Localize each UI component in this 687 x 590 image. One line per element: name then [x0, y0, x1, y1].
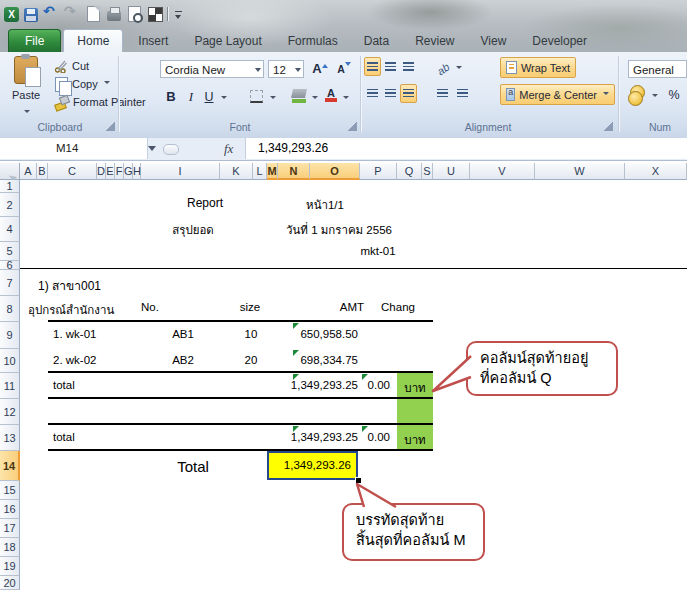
insert-function-button[interactable]: fx: [224, 138, 233, 159]
undo-icon[interactable]: [43, 6, 59, 22]
increase-indent-button[interactable]: [454, 84, 471, 103]
cell-item2-amount[interactable]: 698,334.75: [268, 354, 358, 366]
column-header-L[interactable]: L: [253, 163, 267, 180]
row-header-15[interactable]: 15: [0, 481, 20, 500]
cell-item2-size[interactable]: 20: [230, 354, 272, 366]
grow-font-button[interactable]: A: [310, 60, 330, 78]
cell-summary[interactable]: สรุปยอด: [148, 221, 238, 239]
column-header-H[interactable]: H: [133, 163, 141, 180]
copy-dropdown-icon[interactable]: [104, 81, 110, 87]
column-header-Q[interactable]: Q: [397, 163, 422, 180]
font-dialog-launcher-icon[interactable]: [348, 122, 357, 131]
column-header-C[interactable]: C: [48, 163, 97, 180]
callout-last-column[interactable]: คอลัมน์สุดท้ายอยู่ ที่คอลัมน์ Q: [466, 341, 618, 396]
font-name-dropdown-icon[interactable]: [255, 68, 261, 75]
row-header-19[interactable]: 19: [0, 557, 20, 576]
row-header-2[interactable]: 2: [0, 193, 20, 217]
cell-item2-no[interactable]: AB2: [160, 354, 206, 366]
merge-center-button[interactable]: Merge & Center: [500, 84, 615, 105]
italic-button[interactable]: I: [184, 88, 198, 106]
tab-file[interactable]: File: [8, 29, 61, 52]
accounting-format-button[interactable]: [630, 85, 645, 100]
alignment-dialog-launcher-icon[interactable]: [604, 122, 613, 131]
row-header-14[interactable]: 14: [0, 451, 20, 481]
cell-header-no[interactable]: No.: [130, 301, 170, 313]
new-document-icon[interactable]: [87, 6, 100, 22]
switch-windows-icon[interactable]: [148, 7, 163, 22]
bottom-align-button[interactable]: [400, 57, 417, 76]
top-align-button[interactable]: [364, 57, 381, 76]
name-box-dropdown-icon[interactable]: [148, 146, 156, 155]
column-header-N[interactable]: N: [278, 163, 310, 180]
borders-button[interactable]: [250, 90, 263, 103]
tab-data[interactable]: Data: [351, 30, 402, 52]
paste-button[interactable]: Paste: [4, 54, 48, 118]
row-header-9[interactable]: 9: [0, 322, 20, 349]
cell-total1-unit[interactable]: บาท: [397, 379, 433, 397]
row-header-18[interactable]: 18: [0, 538, 20, 557]
column-header-S[interactable]: S: [422, 163, 433, 180]
row-header-17[interactable]: 17: [0, 519, 20, 538]
column-header-W[interactable]: W: [535, 163, 625, 180]
column-header-P[interactable]: P: [360, 163, 397, 180]
column-header-M[interactable]: M: [267, 163, 278, 180]
accounting-dropdown-icon[interactable]: [652, 94, 658, 100]
tab-view[interactable]: View: [468, 30, 520, 52]
row-header-11[interactable]: 11: [0, 373, 20, 399]
row-header-4[interactable]: 4: [0, 217, 20, 242]
number-format-combobox[interactable]: General: [628, 60, 687, 78]
cell-grand-total-label[interactable]: Total: [148, 458, 238, 475]
column-header-O[interactable]: O: [310, 163, 360, 180]
orientation-button[interactable]: ab: [437, 59, 462, 77]
column-header-A[interactable]: A: [20, 163, 37, 180]
row-header-8[interactable]: 8: [0, 296, 20, 322]
tab-formulas[interactable]: Formulas: [275, 30, 351, 52]
formula-bar-collapse-icon[interactable]: [163, 144, 179, 155]
tab-review[interactable]: Review: [402, 30, 467, 52]
fill-color-button[interactable]: [292, 89, 306, 103]
wrap-text-button[interactable]: Wrap Text: [500, 57, 576, 78]
column-header-E[interactable]: E: [106, 163, 115, 180]
font-name-combobox[interactable]: Cordia New: [160, 60, 264, 78]
column-header-G[interactable]: G: [124, 163, 133, 180]
cell-header-size[interactable]: size: [228, 301, 272, 313]
cell-total2-unit[interactable]: บาท: [397, 431, 433, 449]
cell-item1-no[interactable]: AB1: [160, 328, 206, 340]
cell-date[interactable]: วันที่ 1 มกราคม 2556: [263, 221, 415, 239]
fill-handle[interactable]: [355, 477, 362, 484]
copy-button[interactable]: Copy: [55, 76, 110, 92]
cell-header-equipment[interactable]: อุปกรณ์สำนักงาน: [28, 301, 114, 319]
select-all-corner[interactable]: [0, 163, 20, 180]
tab-insert[interactable]: Insert: [125, 30, 181, 52]
bold-button[interactable]: B: [163, 88, 179, 106]
column-header-D[interactable]: D: [97, 163, 106, 180]
align-right-button[interactable]: [400, 84, 417, 103]
row-header-12[interactable]: 12: [0, 399, 20, 425]
middle-align-button[interactable]: [382, 57, 399, 76]
cell-report-title[interactable]: Report: [150, 196, 260, 210]
cell-item1-amount[interactable]: 650,958.50: [268, 328, 358, 340]
fill-color-dropdown-icon[interactable]: [312, 96, 318, 102]
tab-developer[interactable]: Developer: [519, 30, 600, 52]
row-header-6[interactable]: 6: [0, 261, 20, 270]
excel-logo-icon[interactable]: [4, 7, 19, 22]
column-header-K[interactable]: K: [220, 163, 253, 180]
name-box[interactable]: M14: [0, 138, 148, 159]
callout-last-row[interactable]: บรรทัดสุดท้าย สิ้นสุดที่คอลัมน์ M: [342, 503, 485, 561]
column-header-I[interactable]: I: [141, 163, 220, 180]
column-header-B[interactable]: B: [37, 163, 48, 180]
selected-cell-m14[interactable]: 1,349,293.26: [267, 451, 358, 480]
row-header-1[interactable]: 1: [0, 180, 20, 193]
align-center-button[interactable]: [382, 84, 399, 103]
merge-center-dropdown-icon[interactable]: [603, 92, 609, 98]
underline-dropdown-icon[interactable]: [221, 96, 227, 102]
cell-item2-name[interactable]: 2. wk-02: [53, 354, 96, 366]
cell-item1-name[interactable]: 1. wk-01: [53, 328, 96, 340]
cell-total1-change[interactable]: 0.00: [330, 379, 390, 391]
decrease-indent-button[interactable]: [434, 84, 451, 103]
borders-dropdown-icon[interactable]: [270, 96, 276, 102]
cell-total2-change[interactable]: 0.00: [330, 431, 390, 443]
font-size-combobox[interactable]: 12: [268, 60, 304, 78]
cell-header-amt[interactable]: AMT: [330, 301, 374, 313]
row-header-7[interactable]: 7: [0, 270, 20, 296]
